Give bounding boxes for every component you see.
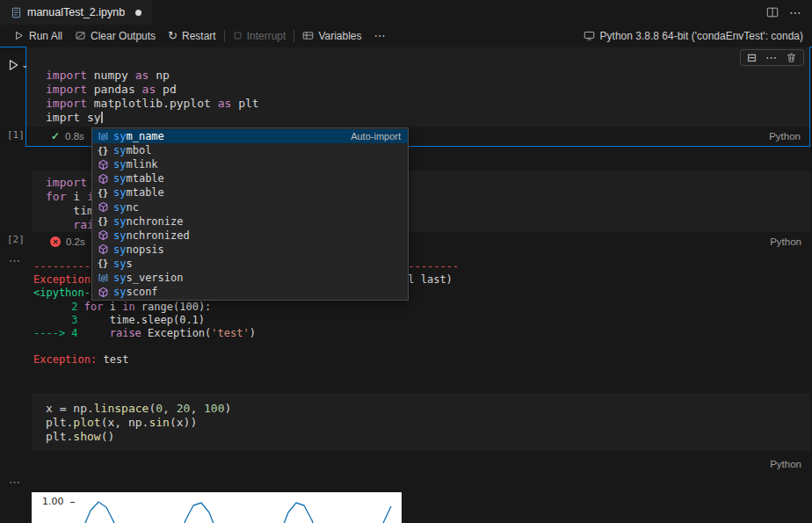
run-cell-icon <box>6 58 20 72</box>
code-token: Exception( <box>141 327 211 339</box>
run-all-button[interactable]: Run All <box>7 30 69 42</box>
more-actions-icon: ⋯ <box>374 30 386 41</box>
code-token: sin <box>149 416 169 429</box>
suggest-item-synchronize[interactable]: {}synchronize <box>92 214 408 229</box>
suggest-label: symtable <box>113 186 164 199</box>
suggest-item-symtable[interactable]: {}symtable <box>92 185 408 200</box>
code-token: () <box>101 430 115 443</box>
code-line: plt.show() <box>46 430 810 444</box>
suggest-item-symbol[interactable]: {}symbol <box>92 143 408 157</box>
restart-button[interactable]: ↻ Restart <box>162 30 222 42</box>
code-token: (x, np. <box>101 416 149 429</box>
cell3-editor[interactable]: x = np.linspace(0, 20, 100)plt.plot(x, n… <box>32 393 810 451</box>
notebook-toolbar: Run All Clear Outputs ↻ Restart Interrup… <box>0 25 812 47</box>
run-cell-button[interactable]: ⌄ <box>6 58 28 72</box>
split-editor-icon[interactable] <box>766 6 779 18</box>
clear-outputs-button[interactable]: Clear Outputs <box>69 30 162 42</box>
suggest-item-synchronized[interactable]: synchronized <box>92 229 408 243</box>
cell3-language[interactable]: Python <box>770 459 801 469</box>
symbol-variable-icon: [@] <box>96 132 110 141</box>
cell2-language[interactable]: Python <box>770 236 801 247</box>
suggest-label: sys_version <box>113 272 183 284</box>
code-token: plt <box>231 97 258 110</box>
restart-label: Restart <box>182 30 216 42</box>
suggest-label: symbol <box>113 144 151 156</box>
kernel-picker[interactable]: Python 3.8.8 64-bit ('condaEnvTest': con… <box>584 30 812 42</box>
code-token <box>78 327 110 339</box>
code-token <box>78 301 84 313</box>
code-token: <ipython-i <box>33 287 97 299</box>
suggest-label: sysconf <box>113 286 158 298</box>
code-token: in <box>122 301 134 313</box>
clear-outputs-label: Clear Outputs <box>91 30 156 42</box>
suggest-item-symlink[interactable]: symlink <box>92 157 408 171</box>
editor-more-icon[interactable]: ⋯ <box>789 6 801 18</box>
suggest-item-sys[interactable]: {}sys <box>92 257 408 271</box>
code-line: import matplotlib.pyplot as plt <box>46 97 809 111</box>
code-token: import <box>46 83 87 96</box>
cell1-duration: 0.8s <box>65 131 84 142</box>
split-cell-icon[interactable]: ⊟ <box>747 52 757 63</box>
code-token: i <box>104 301 123 313</box>
tab-bar: manualTest_2.ipynb ⋯ <box>0 0 812 25</box>
symbol-method-icon <box>96 243 110 255</box>
tab-manualtest2[interactable]: manualTest_2.ipynb <box>0 0 152 25</box>
suggest-item-sync[interactable]: sync <box>92 200 408 214</box>
suggest-item-sysconf[interactable]: sysconf <box>92 285 408 299</box>
code-token: Exception <box>33 273 91 286</box>
code-token: time.sleep(0.1) <box>78 314 206 326</box>
suggest-item-sys_version[interactable]: [@]sys_version <box>92 271 408 285</box>
output-more-button[interactable]: ⋯ <box>9 476 21 489</box>
output-more-button[interactable]: ⋯ <box>9 254 21 267</box>
cell3-statusbar: Python <box>25 454 810 474</box>
success-icon: ✓ <box>51 130 60 142</box>
code-token: import <box>46 176 87 189</box>
code-token: pd <box>156 83 176 96</box>
suggest-label: sys <box>113 258 133 270</box>
y-axis-tick-mark <box>70 502 75 503</box>
delete-cell-icon[interactable] <box>786 52 797 63</box>
toolbar-more-button[interactable]: ⋯ <box>368 30 392 41</box>
interrupt-button[interactable]: Interrupt <box>227 30 293 42</box>
code-token: 20 <box>177 402 191 415</box>
modified-dot-icon[interactable] <box>135 10 141 16</box>
suggest-item-symtable[interactable]: symtable <box>92 171 408 185</box>
code-token: as <box>142 83 156 96</box>
y-axis-tick-label: 1.00 <box>42 496 64 507</box>
code-line: import numpy as np <box>46 69 809 83</box>
cell1-editor[interactable]: import numpy as npimport pandas as pdimp… <box>26 47 809 127</box>
code-line: 2 for i in range(100): <box>33 301 798 314</box>
suggest-list: [@]sym_nameAuto-import{}symbolsymlinksym… <box>92 129 408 299</box>
code-line: Exception: test <box>33 353 798 367</box>
code-token: 100 <box>204 402 224 415</box>
code-line: x = np.linspace(0, 20, 100) <box>46 402 810 416</box>
code-line: imprt sy <box>46 111 809 125</box>
code-token: range(100): <box>135 301 212 313</box>
code-token: ) <box>225 402 232 415</box>
variables-label: Variables <box>318 30 361 42</box>
sine-curve <box>32 492 402 523</box>
code-token: matplotlib.pyplot <box>87 97 218 110</box>
code-line: import pandas as pd <box>46 83 809 97</box>
code-token: pandas <box>87 83 142 96</box>
symbol-module-icon: {} <box>96 258 110 268</box>
cell2-execution-count: [2] <box>7 234 25 245</box>
code-token: 2 <box>33 301 78 313</box>
error-icon: ✕ <box>50 236 61 247</box>
symbol-module-icon: {} <box>96 188 110 198</box>
suggest-label: symtable <box>113 172 164 185</box>
cell1-language[interactable]: Python <box>769 131 801 142</box>
cell-more-icon[interactable]: ⋯ <box>765 52 777 63</box>
code-token: import <box>46 97 87 110</box>
code-token: plot <box>73 416 100 429</box>
clear-outputs-icon <box>75 30 86 41</box>
suggest-item-sym_name[interactable]: [@]sym_nameAuto-import <box>92 129 408 143</box>
code-token: as <box>135 69 149 82</box>
suggest-item-synopsis[interactable]: synopsis <box>92 243 408 257</box>
variables-button[interactable]: Variables <box>296 30 367 42</box>
cell3-code: x = np.linspace(0, 20, 100)plt.plot(x, n… <box>46 402 810 444</box>
run-all-icon <box>13 30 25 41</box>
code-line <box>33 340 798 353</box>
variables-icon <box>302 30 314 41</box>
vscode-window: manualTest_2.ipynb ⋯ Run All Clear Outpu… <box>0 0 812 523</box>
